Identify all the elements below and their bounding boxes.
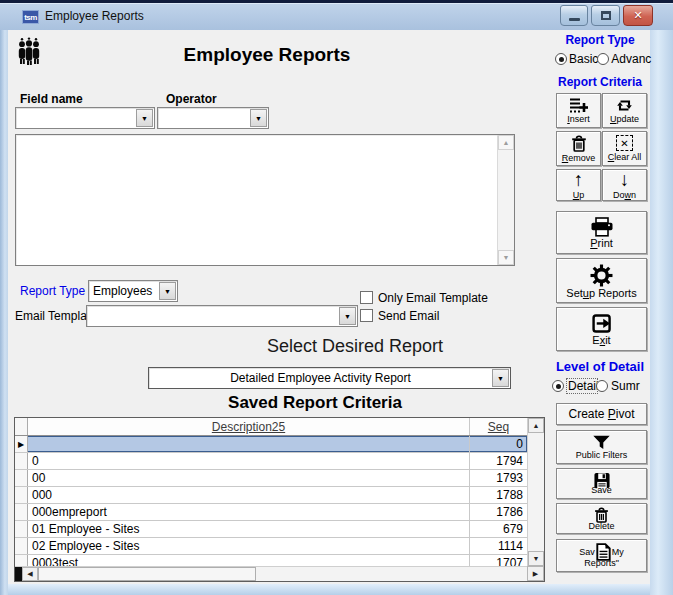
detail-radio-label: Detail [566, 378, 598, 394]
grid-scroll-left-button[interactable]: ◀ [22, 567, 38, 581]
close-button[interactable]: ✕ [623, 5, 653, 26]
row-seq-cell[interactable]: 1788 [470, 487, 527, 503]
field-name-combobox[interactable]: ▼ [15, 107, 155, 129]
save-button[interactable]: Save [556, 468, 647, 499]
down-button-label: Down [613, 190, 636, 200]
minimize-button[interactable] [560, 5, 588, 26]
grid-col-description[interactable]: Description25 [28, 418, 470, 435]
listbox-scrollbar[interactable]: ▲ ▼ [497, 135, 514, 265]
delete-button[interactable]: Delete [556, 503, 647, 534]
clear-all-button[interactable]: ✕ Clear All [602, 131, 647, 166]
grid-header: Description25 Seq [15, 418, 527, 436]
up-button-label: Up [573, 190, 585, 200]
report-type-dropdown-button[interactable]: ▼ [159, 282, 176, 300]
only-email-template-checkbox[interactable] [360, 291, 373, 304]
row-seq-cell[interactable]: 1707 [470, 555, 527, 566]
basic-radio[interactable] [555, 53, 567, 65]
row-description-cell[interactable]: 0003test [28, 555, 470, 566]
table-row[interactable]: ▶ 0 1794 [15, 453, 527, 470]
scroll-down-icon: ▼ [533, 555, 540, 562]
row-selector-cell[interactable]: ▶ [15, 487, 28, 503]
row-selector-cell[interactable]: ▶ [15, 436, 28, 452]
row-description-cell[interactable]: 02 Employee - Sites [28, 538, 470, 554]
table-row[interactable]: ▶ 01 Employee - Sites 679 [15, 521, 527, 538]
down-button[interactable]: ↓ Down [602, 169, 647, 201]
saved-criteria-grid[interactable]: Description25 Seq ▶ 0 ▶ 0 1794 [14, 417, 545, 582]
field-name-dropdown-button[interactable]: ▼ [136, 109, 153, 127]
row-seq-cell[interactable]: 1114 [470, 538, 527, 554]
row-selector-cell[interactable]: ▶ [15, 504, 28, 520]
exit-button[interactable]: Exit [556, 307, 647, 351]
detail-radio[interactable] [552, 380, 564, 392]
report-type-label: Report Type [20, 284, 85, 298]
row-seq-cell[interactable]: 1793 [470, 470, 527, 486]
grid-hscroll-thumb[interactable] [38, 567, 256, 581]
remove-button[interactable]: Remove [556, 131, 601, 166]
row-selector-cell[interactable]: ▶ [15, 521, 28, 537]
advanc-radio[interactable] [597, 53, 609, 65]
remove-icon [571, 135, 587, 152]
scroll-down-button[interactable]: ▼ [498, 250, 514, 265]
scroll-up-button[interactable]: ▲ [498, 135, 514, 150]
up-button[interactable]: ↑ Up [556, 169, 601, 201]
row-seq-cell[interactable]: 1786 [470, 504, 527, 520]
maximize-button[interactable] [591, 5, 620, 26]
table-row[interactable]: ▶ 000empreport 1786 [15, 504, 527, 521]
employee-reports-window: tsm Employee Reports ✕ Employee Reports … [0, 0, 673, 595]
table-row[interactable]: ▶ 0 [15, 436, 527, 453]
row-seq-cell[interactable]: 0 [470, 436, 527, 452]
row-description-cell[interactable]: 000 [28, 487, 470, 503]
scroll-right-icon: ▶ [533, 570, 538, 578]
email-template-label: Email Templat [15, 309, 90, 323]
minimize-icon [569, 18, 580, 21]
clear-all-button-label: Clear All [608, 152, 642, 162]
grid-horizontal-scrollbar[interactable]: ◀ [15, 566, 527, 581]
row-selector-cell[interactable]: ▶ [15, 470, 28, 486]
exit-icon [592, 314, 612, 334]
row-description-cell[interactable]: 01 Employee - Sites [28, 521, 470, 537]
operator-dropdown-button[interactable]: ▼ [250, 109, 267, 127]
print-button[interactable]: Print [556, 211, 647, 254]
row-description-cell[interactable]: 0 [28, 453, 470, 469]
setup-reports-button[interactable]: Setup Reports [556, 258, 647, 303]
window-border-left [0, 30, 8, 595]
table-row[interactable]: ▶ 0003test 1707 [15, 555, 527, 566]
create-pivot-button[interactable]: Create Pivot [556, 403, 647, 425]
grid-scroll-up-button[interactable]: ▲ [528, 418, 544, 433]
row-description-cell[interactable] [28, 436, 470, 452]
desired-report-combobox[interactable]: Detailed Employee Activity Report ▼ [148, 367, 511, 389]
report-type-combobox[interactable]: Employees ▼ [88, 280, 178, 302]
setup-reports-icon [590, 264, 613, 287]
criteria-listbox[interactable]: ▲ ▼ [15, 134, 515, 266]
grid-vertical-scrollbar[interactable]: ▲ ▼ [527, 418, 544, 566]
row-selector-cell[interactable]: ▶ [15, 538, 28, 554]
row-selector-cell[interactable]: ▶ [15, 453, 28, 469]
grid-col-seq[interactable]: Seq [470, 418, 527, 435]
grid-selector-header[interactable] [15, 418, 28, 435]
row-marker-icon: ▶ [18, 440, 24, 449]
table-row[interactable]: ▶ 02 Employee - Sites 1114 [15, 538, 527, 555]
grid-hscroll-track[interactable] [256, 567, 527, 581]
table-row[interactable]: ▶ 00 1793 [15, 470, 527, 487]
grid-scroll-down-button[interactable]: ▼ [528, 551, 544, 566]
email-template-dropdown-button[interactable]: ▼ [339, 307, 356, 325]
print-button-label: Print [590, 238, 613, 248]
row-description-cell[interactable]: 00 [28, 470, 470, 486]
save-my-reports-button[interactable]: Sav My Reports" [556, 539, 647, 572]
operator-combobox[interactable]: ▼ [157, 107, 269, 129]
email-template-combobox[interactable]: ▼ [86, 305, 358, 327]
row-selector-cell[interactable]: ▶ [15, 555, 28, 566]
send-email-label: Send Email [378, 309, 439, 323]
public-filters-button[interactable]: Public Filters [556, 430, 647, 464]
insert-button[interactable]: Insert [556, 93, 601, 128]
titlebar[interactable]: tsm Employee Reports ✕ [0, 0, 673, 30]
grid-scroll-right-button[interactable]: ▶ [527, 566, 544, 581]
row-seq-cell[interactable]: 1794 [470, 453, 527, 469]
sumr-radio[interactable] [596, 380, 608, 392]
desired-report-dropdown-button[interactable]: ▼ [492, 369, 509, 387]
row-description-cell[interactable]: 000empreport [28, 504, 470, 520]
update-button[interactable]: Update [602, 93, 647, 128]
row-seq-cell[interactable]: 679 [470, 521, 527, 537]
table-row[interactable]: ▶ 000 1788 [15, 487, 527, 504]
send-email-checkbox[interactable] [360, 309, 373, 322]
